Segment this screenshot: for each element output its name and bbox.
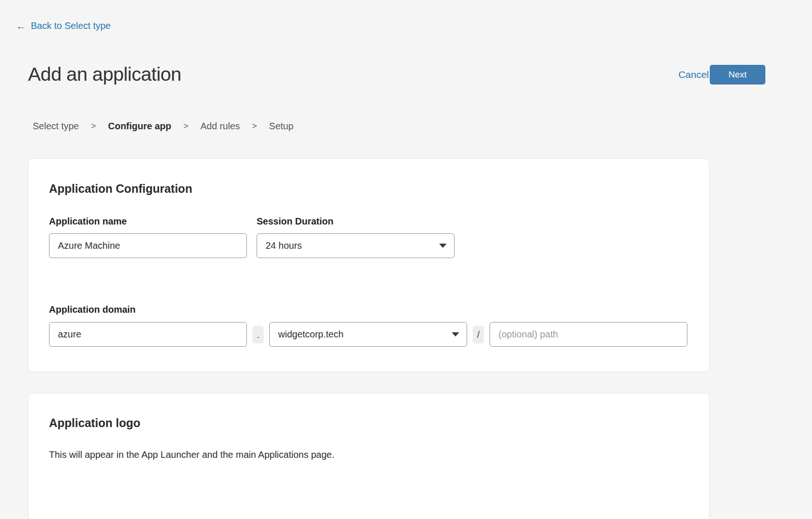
step-separator: > (91, 121, 96, 131)
session-duration-label: Session Duration (257, 216, 333, 227)
path-input[interactable] (490, 322, 687, 347)
step-add-rules[interactable]: Add rules (201, 121, 240, 132)
step-separator: > (183, 121, 189, 131)
application-logo-card: Application logo This will appear in the… (28, 393, 709, 519)
back-link-label: Back to Select type (31, 21, 111, 31)
application-logo-title: Application logo (49, 416, 140, 430)
step-configure-app[interactable]: Configure app (108, 121, 171, 132)
domain-value: widgetcorp.tech (278, 329, 343, 340)
back-arrow-icon: ← (16, 21, 26, 31)
application-name-input[interactable] (49, 233, 247, 258)
application-configuration-card: Application Configuration Application na… (28, 158, 709, 372)
step-setup[interactable]: Setup (269, 121, 294, 132)
session-duration-value: 24 hours (266, 240, 302, 251)
subdomain-input[interactable] (49, 322, 247, 347)
chevron-down-icon (439, 244, 447, 248)
cancel-button[interactable]: Cancel (679, 69, 709, 80)
page-title: Add an application (28, 63, 181, 85)
application-domain-label: Application domain (49, 304, 136, 315)
chevron-down-icon (452, 332, 459, 337)
domain-dot-separator: . (252, 326, 264, 344)
application-configuration-title: Application Configuration (49, 182, 192, 196)
application-logo-description: This will appear in the App Launcher and… (49, 449, 335, 460)
session-duration-select[interactable]: 24 hours (257, 233, 455, 258)
back-link[interactable]: ← Back to Select type (16, 21, 111, 31)
step-select-type[interactable]: Select type (33, 121, 79, 132)
application-name-label: Application name (49, 216, 127, 227)
domain-slash-separator: / (473, 326, 484, 344)
step-separator: > (252, 121, 257, 131)
domain-select[interactable]: widgetcorp.tech (269, 322, 467, 347)
next-button[interactable]: Next (710, 65, 765, 84)
breadcrumb-stepper: Select type > Configure app > Add rules … (33, 121, 294, 132)
